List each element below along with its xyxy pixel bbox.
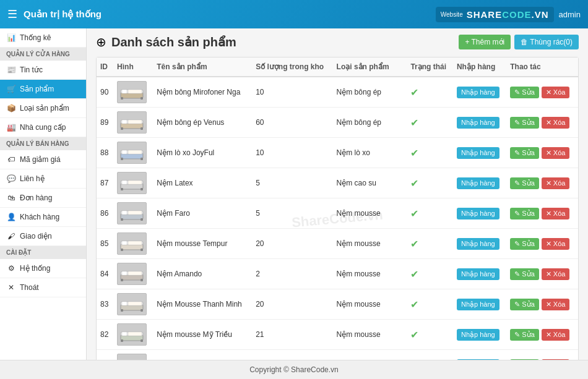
delete-button[interactable]: ✕ Xóa <box>542 87 570 98</box>
page-title: Danh sách sản phẩm <box>111 35 236 49</box>
app-header: ☰ Quản trị hệ thống Website SHARECODE.VN… <box>0 0 588 28</box>
delete-button[interactable]: ✕ Xóa <box>542 208 570 219</box>
edit-button[interactable]: ✎ Sửa <box>510 268 539 280</box>
cell-qty: 1 <box>252 350 332 360</box>
cell-name: Nệm Latex <box>153 168 252 198</box>
edit-button[interactable]: ✎ Sửa <box>510 359 539 360</box>
svg-rect-28 <box>121 218 123 221</box>
sidebar-item-san-pham[interactable]: 🛒 Sản phẩm <box>0 80 86 99</box>
sidebar-item-khach-hang[interactable]: 👤 Khách hàng <box>0 208 86 227</box>
cell-image <box>113 259 153 289</box>
col-image: Hình <box>113 57 153 77</box>
status-badge: ✔ <box>410 117 418 128</box>
cell-image <box>113 108 153 138</box>
cell-import: Nhập hàng <box>453 229 506 259</box>
add-new-button[interactable]: + Thêm mới <box>459 35 511 49</box>
product-thumbnail <box>117 111 147 134</box>
edit-button[interactable]: ✎ Sửa <box>510 117 539 129</box>
import-button[interactable]: Nhập hàng <box>457 268 499 280</box>
hamburger-icon[interactable]: ☰ <box>7 7 17 21</box>
delete-button[interactable]: ✕ Xóa <box>542 147 570 159</box>
svg-rect-40 <box>121 279 123 281</box>
sidebar-item-lien-he[interactable]: 💬 Liên hệ <box>0 169 86 189</box>
import-button[interactable]: Nhập hàng <box>457 299 499 310</box>
sidebar-item-thong-ke[interactable]: 📊 Thống kê <box>0 28 86 48</box>
theme-icon: 🖌 <box>6 232 16 241</box>
product-icon: 🛒 <box>6 85 16 93</box>
cell-image <box>113 229 153 259</box>
sidebar-item-don-hang[interactable]: 🛍 Đơn hàng <box>0 189 86 208</box>
cell-import: Nhập hàng <box>453 77 506 108</box>
import-button[interactable]: Nhập hàng <box>457 117 499 129</box>
edit-button[interactable]: ✎ Sửa <box>510 299 539 310</box>
cell-category: Nệm lò xo <box>333 138 407 168</box>
cell-image <box>113 289 153 320</box>
edit-button[interactable]: ✎ Sửa <box>510 329 539 341</box>
sidebar-item-label: Tin tức <box>20 66 43 74</box>
svg-rect-38 <box>122 271 127 275</box>
edit-button[interactable]: ✎ Sửa <box>510 177 539 189</box>
action-buttons: ✎ Sửa ✕ Xóa <box>510 238 574 250</box>
delete-button[interactable]: ✕ Xóa <box>542 268 570 280</box>
main-content: ⊕ Danh sách sản phẩm + Thêm mới 🗑 Thùng … <box>87 28 588 360</box>
table-row: 81 Nệm Dream Conen 1 Nệm lò xo cao cấp ✔… <box>97 350 578 360</box>
sidebar-item-loai-san-pham[interactable]: 📦 Loại sản phẩm <box>0 99 86 118</box>
col-status: Trạng thái <box>407 57 453 77</box>
cell-actions: ✎ Sửa ✕ Xóa <box>506 320 578 350</box>
product-thumbnail <box>117 263 147 285</box>
import-button[interactable]: Nhập hàng <box>457 87 499 98</box>
sidebar-item-tin-tuc[interactable]: 📰 Tin tức <box>0 61 86 80</box>
import-button[interactable]: Nhập hàng <box>457 177 499 189</box>
edit-button[interactable]: ✎ Sửa <box>510 208 539 219</box>
toolbar-buttons: + Thêm mới 🗑 Thùng rác(0) <box>459 35 579 49</box>
trash-button[interactable]: 🗑 Thùng rác(0) <box>514 35 579 49</box>
product-thumbnail <box>117 202 147 224</box>
product-thumbnail <box>117 232 147 255</box>
edit-button[interactable]: ✎ Sửa <box>510 238 539 250</box>
app-title: Quản trị hệ thống <box>24 9 102 20</box>
cell-status: ✔ <box>407 320 453 350</box>
table-row: 83 Nệm Mousse Thanh Minh 20 Nệm mousse ✔… <box>97 289 578 320</box>
sidebar-section-cua-hang: QUẢN LÝ CỬA HÀNG <box>0 48 86 61</box>
delete-button[interactable]: ✕ Xóa <box>542 299 570 310</box>
delete-button[interactable]: ✕ Xóa <box>542 177 570 189</box>
edit-button[interactable]: ✎ Sửa <box>510 147 539 159</box>
svg-rect-33 <box>128 241 142 245</box>
sidebar-item-ma-giam-gia[interactable]: 🏷 Mã giảm giá <box>0 150 86 169</box>
svg-rect-27 <box>128 211 142 215</box>
import-button[interactable]: Nhập hàng <box>457 238 499 250</box>
sidebar: 📊 Thống kê QUẢN LÝ CỬA HÀNG 📰 Tin tức 🛒 … <box>0 28 87 360</box>
sidebar-item-nha-cung-cap[interactable]: 🏭 Nhà cung cấp <box>0 118 86 137</box>
table-row: 88 Nệm lò xo JoyFul 10 Nệm lò xo ✔ Nhập … <box>97 138 578 168</box>
svg-rect-15 <box>128 150 142 154</box>
supplier-icon: 🏭 <box>6 123 16 132</box>
import-button[interactable]: Nhập hàng <box>457 329 499 341</box>
cell-qty: 5 <box>252 168 332 198</box>
sidebar-item-thoat[interactable]: ✕ Thoát <box>0 278 86 297</box>
import-button[interactable]: Nhập hàng <box>457 208 499 219</box>
cell-status: ✔ <box>407 289 453 320</box>
cell-image <box>113 77 153 108</box>
sidebar-item-label: Liên hệ <box>20 174 45 183</box>
table-row: 85 Nệm mousse Tempur 20 Nệm mousse ✔ Nhậ… <box>97 229 578 259</box>
cell-image <box>113 168 153 198</box>
cell-import: Nhập hàng <box>453 108 506 138</box>
sidebar-item-giao-dien[interactable]: 🖌 Giao diện <box>0 227 86 246</box>
import-button[interactable]: Nhập hàng <box>457 147 499 159</box>
footer: Copyright © ShareCode.vn <box>0 360 588 379</box>
sidebar-item-he-thong[interactable]: ⚙ Hệ thống <box>0 259 86 278</box>
delete-button[interactable]: ✕ Xóa <box>542 238 570 250</box>
sidebar-item-label: Sản phẩm <box>20 85 54 93</box>
cell-id: 85 <box>97 229 113 259</box>
import-button[interactable]: Nhập hàng <box>457 359 499 360</box>
cell-category: Nệm mousse <box>333 289 407 320</box>
sidebar-section-cai-dat: CÀI ĐẶT <box>0 246 86 259</box>
cell-id: 88 <box>97 138 113 168</box>
delete-button[interactable]: ✕ Xóa <box>542 117 570 129</box>
category-icon: 📦 <box>6 104 16 113</box>
edit-button[interactable]: ✎ Sửa <box>510 87 539 98</box>
status-badge: ✔ <box>410 360 418 360</box>
svg-rect-52 <box>121 339 123 342</box>
delete-button[interactable]: ✕ Xóa <box>542 359 570 360</box>
delete-button[interactable]: ✕ Xóa <box>542 329 570 341</box>
